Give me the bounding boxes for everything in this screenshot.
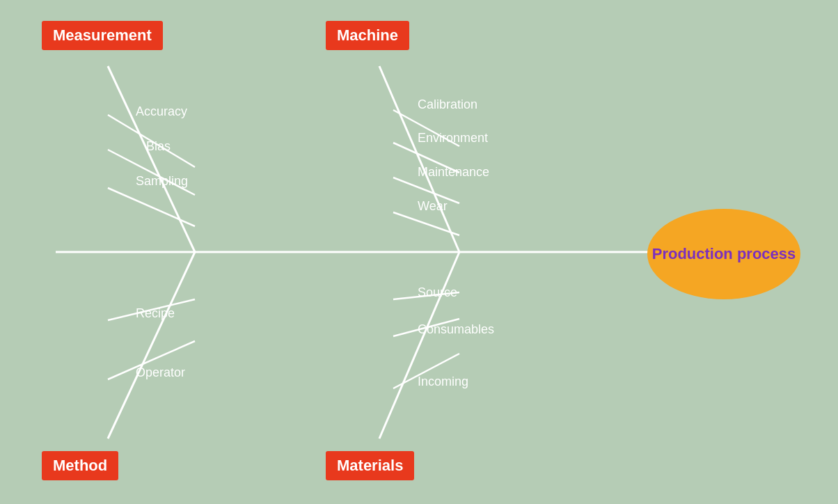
materials-label: Materials xyxy=(326,451,414,480)
svg-line-9 xyxy=(393,212,459,235)
measurement-label: Measurement xyxy=(42,21,163,50)
operator-label: Operator xyxy=(136,365,185,380)
production-process-label: Production process xyxy=(652,244,796,265)
accuracy-label: Accuracy xyxy=(136,104,187,119)
svg-line-5 xyxy=(379,66,459,252)
sampling-label: Sampling xyxy=(136,174,188,189)
environment-label: Environment xyxy=(418,131,488,145)
machine-label: Machine xyxy=(326,21,409,50)
wear-label: Wear xyxy=(418,199,448,214)
calibration-label: Calibration xyxy=(418,97,477,112)
production-process-ellipse: Production process xyxy=(647,209,800,299)
svg-line-4 xyxy=(108,188,195,226)
consumables-label: Consumables xyxy=(418,322,494,337)
source-label: Source xyxy=(418,285,457,300)
recipe-label: Recipe xyxy=(136,306,175,321)
bias-label: Bias xyxy=(146,139,171,154)
svg-line-13 xyxy=(379,252,459,439)
incoming-label: Incoming xyxy=(418,375,468,389)
maintenance-label: Maintenance xyxy=(418,165,489,180)
svg-line-10 xyxy=(108,252,195,439)
method-label: Method xyxy=(42,451,118,480)
